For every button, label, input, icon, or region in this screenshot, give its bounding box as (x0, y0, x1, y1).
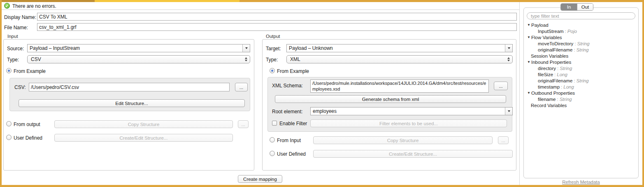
target-label: Target: (266, 46, 281, 51)
input-copy-structure-button[interactable]: Copy Structure (54, 120, 233, 128)
metadata-tree: ▼PayloadInputStream:Pojo▼Flow Variablesm… (523, 22, 638, 108)
output-type-label: Type: (266, 57, 278, 63)
tree-item-outbound-properties[interactable]: ▼Outbound Properties (523, 90, 638, 96)
display-name-input[interactable] (37, 13, 517, 21)
tree-item-inputstream[interactable]: InputStream:Pojo (523, 28, 638, 34)
generate-schema-button[interactable]: Generate schema from xml (275, 95, 506, 103)
output-from-example-radio[interactable] (270, 68, 275, 73)
tree-item-originalfilename[interactable]: originalFilename:String (523, 47, 638, 53)
file-name-input[interactable] (37, 23, 517, 31)
target-combo[interactable]: Payload – Unknown (286, 44, 513, 52)
expand-triangle-icon[interactable]: ▼ (527, 60, 531, 64)
xml-schema-input[interactable]: /Users/pedro/mule.installations/workspac… (310, 79, 489, 93)
output-from-input-radio[interactable] (270, 137, 275, 143)
expand-triangle-icon[interactable]: ▼ (527, 23, 531, 27)
top-border-segment (239, 0, 644, 2)
input-from-output-label: From output (14, 122, 40, 127)
tree-item-filename[interactable]: filename:String (523, 96, 638, 102)
tree-item-filesize[interactable]: fileSize:Long (523, 71, 638, 77)
top-border-segment-bright (95, 0, 239, 2)
input-from-example-radio[interactable] (6, 68, 12, 73)
source-label: Source: (7, 46, 24, 51)
tab-in[interactable]: In (561, 4, 577, 10)
stepper-arrows-icon[interactable] (242, 57, 250, 61)
dropdown-arrow-icon[interactable] (505, 44, 512, 52)
csv-label: CSV: (14, 84, 26, 90)
source-combo[interactable]: Payload – InputStream (27, 44, 250, 52)
expand-triangle-icon[interactable]: ▼ (527, 91, 531, 95)
output-user-defined-label: User Defined (277, 151, 306, 157)
left-border (0, 0, 2, 187)
output-section-title: Output (266, 34, 280, 39)
top-border-segment-dark (0, 0, 95, 2)
input-section-title: Input (7, 34, 18, 39)
output-copy-browse-button[interactable]: ... (498, 136, 509, 144)
tree-item-originalfilename[interactable]: originalFilename:String (523, 77, 638, 84)
input-from-example-label: From Example (14, 68, 46, 74)
stepper-arrows-icon[interactable] (505, 57, 512, 61)
tree-item-session-variables[interactable]: Session Variables (523, 53, 638, 59)
output-type-combo[interactable]: XML (286, 55, 513, 63)
input-user-defined-label: User Defined (14, 135, 42, 141)
csv-path-input[interactable] (29, 83, 230, 91)
create-mapping-button[interactable]: Create mapping (238, 175, 282, 183)
dropdown-arrow-icon[interactable] (242, 44, 250, 52)
tree-item-directory[interactable]: directory:String (523, 65, 638, 71)
tree-item-timestamp[interactable]: timestamp:Long (523, 84, 638, 90)
tab-out[interactable]: Out (577, 4, 593, 10)
expand-triangle-icon[interactable]: ▼ (527, 35, 531, 39)
tree-item-record-variables[interactable]: Record Variables (523, 102, 638, 108)
root-element-label: Root element: (272, 109, 303, 115)
success-check-icon: ✓ (4, 3, 10, 9)
file-name-label: File Name: (4, 25, 28, 30)
enable-filter-checkbox[interactable] (272, 121, 277, 126)
filter-elements-button[interactable]: Filter elements to be used... (310, 119, 507, 127)
input-type-label: Type: (7, 57, 19, 63)
input-create-edit-structure-button[interactable]: Create/Edit Structure... (54, 134, 233, 142)
refresh-metadata-link[interactable]: Refresh Metadata (523, 180, 639, 185)
dropdown-arrow-icon[interactable] (505, 108, 512, 115)
target-combo-value: Payload – Unknown (287, 45, 505, 51)
output-type-value: XML (287, 56, 505, 62)
error-status-text: There are no errors. (12, 3, 56, 9)
output-from-input-label: From Input (277, 138, 301, 143)
input-from-output-radio[interactable] (6, 121, 12, 126)
tree-item-flow-variables[interactable]: ▼Flow Variables (523, 34, 638, 40)
input-copy-browse-button[interactable]: ... (238, 120, 249, 128)
display-name-label: Display Name: (4, 14, 36, 20)
output-user-defined-radio[interactable] (270, 151, 275, 156)
csv-browse-button[interactable]: ... (235, 83, 248, 91)
xml-schema-label: XML Schema: (272, 83, 303, 89)
output-copy-structure-button[interactable]: Copy Structure (313, 136, 493, 144)
xml-schema-browse-button[interactable]: ... (494, 82, 508, 90)
bottom-border (0, 185, 644, 187)
panel-divider (519, 2, 520, 185)
source-combo-value: Payload – InputStream (28, 45, 242, 51)
enable-filter-label: Enable Filter (279, 121, 307, 126)
root-element-value: employees (311, 108, 505, 114)
error-bar-divider (2, 9, 519, 10)
input-user-defined-radio[interactable] (6, 135, 12, 140)
output-create-edit-structure-button[interactable]: Create/Edit Structure... (313, 150, 513, 158)
input-type-combo[interactable]: CSV (27, 55, 250, 63)
in-out-tab-control: In Out (560, 3, 593, 11)
datamapper-properties-dialog: ✓ There are no errors. Display Name: Fil… (0, 0, 644, 187)
edit-structure-button[interactable]: Edit Structure... (19, 99, 245, 107)
tree-item-payload[interactable]: ▼Payload (523, 22, 638, 28)
tree-item-inbound-properties[interactable]: ▼Inbound Properties (523, 59, 638, 65)
root-element-combo[interactable]: employees (310, 107, 513, 115)
input-type-value: CSV (28, 56, 242, 62)
right-border (642, 0, 644, 187)
tree-item-movetodirectory[interactable]: moveToDirectory:String (523, 40, 638, 47)
output-from-example-label: From Example (277, 68, 309, 74)
metadata-filter-input[interactable] (527, 12, 635, 19)
